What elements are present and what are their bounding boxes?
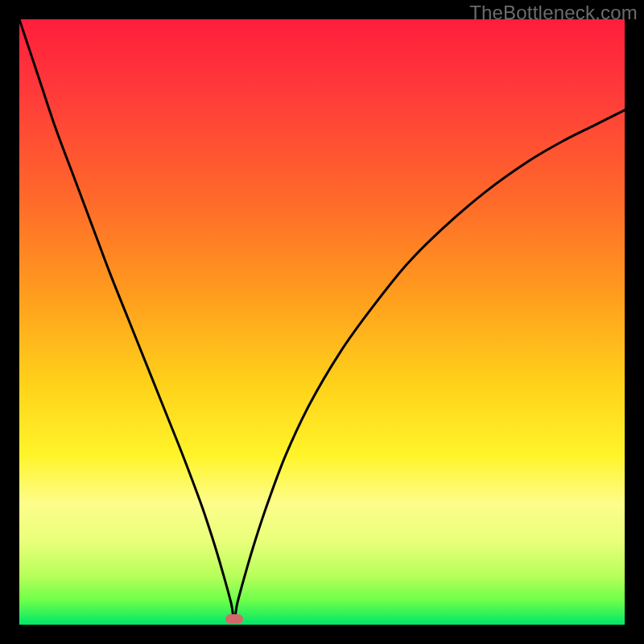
watermark-text: TheBottleneck.com	[469, 2, 638, 24]
curve-layer	[19, 19, 625, 625]
chart-container: TheBottleneck.com	[0, 0, 644, 644]
plot-area	[19, 19, 625, 625]
optimum-marker	[225, 614, 243, 624]
bottleneck-curve	[19, 19, 625, 621]
